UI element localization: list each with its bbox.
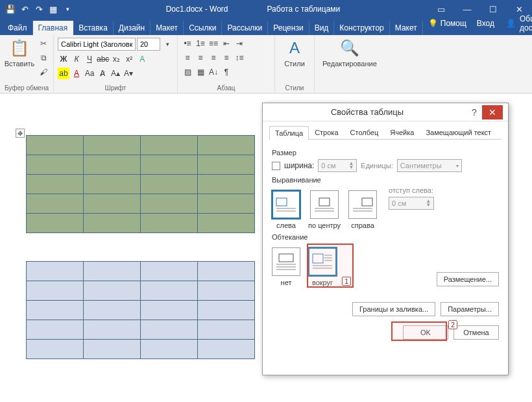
width-spinner[interactable]: 0 см▲▼ [318, 159, 357, 172]
subscript-icon[interactable]: x₂ [110, 53, 122, 65]
sign-in[interactable]: Вход [472, 16, 500, 31]
save-icon[interactable]: 💾 [4, 3, 17, 16]
multilevel-icon[interactable]: ≡≡ [208, 38, 219, 49]
bold-icon[interactable]: Ж [58, 53, 69, 65]
group-paragraph: •≡ 1≡ ≡≡ ⇤ ⇥ ≡ ≡ ≡ ≡ ↕≡ ▨ ▦ A↓ ¶ Абзац [178, 35, 275, 93]
clear-format-icon[interactable]: A̷ [97, 68, 108, 79]
tab-file[interactable]: Файл [3, 21, 33, 35]
placement-button[interactable]: Размещение... [437, 272, 499, 286]
dlg-tab-table[interactable]: Таблица [269, 126, 309, 140]
tab-view[interactable]: Вид [309, 21, 335, 35]
change-case-icon[interactable]: Aa [84, 68, 95, 79]
tab-insert[interactable]: Вставка [73, 21, 114, 35]
contextual-title: Работа с таблицами [267, 5, 340, 14]
tab-review[interactable]: Рецензи [268, 21, 309, 35]
align-label: Выравнивание [272, 176, 499, 184]
font-size-input[interactable] [137, 38, 160, 51]
group-editing: 🔍 Редактирование [315, 35, 385, 93]
undo-icon[interactable]: ↶ [18, 3, 31, 16]
redo-icon[interactable]: ↷ [32, 3, 45, 16]
cancel-button[interactable]: Отмена [453, 325, 499, 340]
align-right-option[interactable]: справа [348, 190, 377, 229]
highlight-marker-1: 1 [307, 244, 354, 288]
align-left-icon [272, 190, 300, 219]
tab-design[interactable]: Дизайн [114, 21, 151, 35]
find-icon: 🔍 [339, 38, 360, 58]
underline-icon[interactable]: Ч [84, 53, 95, 65]
table-move-handle[interactable]: ✥ [16, 129, 25, 138]
tab-table-layout[interactable]: Макет [390, 21, 423, 35]
align-left-icon[interactable]: ≡ [182, 52, 193, 64]
units-combo[interactable]: Сантиметры▾ [397, 159, 462, 172]
width-label: ширина: [284, 161, 314, 170]
wrap-label: Обтекание [272, 233, 499, 241]
superscript-icon[interactable]: x² [123, 53, 135, 65]
qat-more-icon[interactable]: ▾ [61, 3, 74, 16]
justify-icon[interactable]: ≡ [221, 52, 232, 64]
dialog-close-icon[interactable]: ✕ [482, 105, 503, 119]
dlg-tab-column[interactable]: Столбец [345, 125, 385, 139]
font-color-icon[interactable]: A [71, 68, 82, 79]
copy-icon[interactable]: ⧉ [38, 52, 49, 64]
group-styles: A Стили Стили [275, 35, 315, 93]
grow-icon[interactable]: A▴ [110, 68, 121, 79]
text-effects-icon[interactable]: A [136, 53, 148, 65]
borders-icon[interactable]: ▦ [195, 66, 206, 78]
editing-button[interactable]: 🔍 Редактирование [319, 38, 381, 68]
italic-icon[interactable]: К [71, 53, 82, 65]
show-marks-icon[interactable]: ¶ [221, 66, 232, 78]
decrease-indent-icon[interactable]: ⇤ [221, 38, 232, 49]
align-center-icon [310, 190, 339, 219]
group-label-clipboard: Буфер обмена [4, 84, 49, 92]
dialog-titlebar[interactable]: Свойства таблицы ? ✕ [263, 103, 508, 121]
paste-button[interactable]: 📋 Вставить [4, 38, 35, 68]
highlight-icon[interactable]: ab [58, 68, 69, 79]
width-checkbox[interactable] [272, 162, 280, 170]
tab-references[interactable]: Ссылки [184, 21, 222, 35]
dlg-tab-alttext[interactable]: Замещающий текст [420, 125, 497, 139]
borders-button[interactable]: Границы и заливка... [352, 302, 435, 316]
share-button[interactable]: 👤Общий доступ [500, 12, 532, 35]
strike-icon[interactable]: abc [97, 53, 109, 65]
tab-home[interactable]: Главная [33, 21, 74, 35]
align-center-icon[interactable]: ≡ [195, 52, 206, 64]
group-label-font: Шрифт [58, 84, 173, 92]
font-name-input[interactable] [58, 38, 136, 51]
table-blue[interactable] [26, 261, 255, 359]
document-title: Doc1.docx - Word [166, 5, 228, 14]
shrink-icon[interactable]: A▾ [123, 68, 134, 79]
group-label-paragraph: Абзац [182, 84, 271, 92]
dlg-tab-row[interactable]: Строка [309, 125, 344, 139]
indent-spinner[interactable]: 0 см▲▼ [389, 197, 434, 210]
align-center-option[interactable]: по центру [308, 190, 341, 229]
shading-icon[interactable]: ▨ [182, 66, 193, 78]
size-label: Размер [272, 149, 499, 157]
help-icon[interactable]: ? [466, 107, 482, 118]
increase-indent-icon[interactable]: ⇥ [234, 38, 245, 49]
line-spacing-icon[interactable]: ↕≡ [234, 52, 245, 64]
highlight-marker-2: 2 [391, 321, 447, 341]
tab-layout[interactable]: Макет [151, 21, 184, 35]
align-right-icon [348, 190, 377, 219]
format-painter-icon[interactable]: 🖌 [38, 66, 49, 78]
styles-button[interactable]: A Стили [279, 38, 310, 68]
numbering-icon[interactable]: 1≡ [195, 38, 206, 49]
svg-rect-6 [362, 198, 372, 206]
ribbon-tabs: Файл Главная Вставка Дизайн Макет Ссылки… [0, 18, 532, 35]
params-button[interactable]: Параметры... [441, 302, 499, 316]
tab-constructor[interactable]: Конструктор [334, 21, 389, 35]
bullets-icon[interactable]: •≡ [182, 38, 193, 49]
tell-me[interactable]: 💡Помощ [423, 16, 472, 31]
cut-icon[interactable]: ✂ [38, 38, 49, 49]
align-left-option[interactable]: слева [272, 190, 300, 229]
dlg-tab-cell[interactable]: Ячейка [384, 125, 420, 139]
table-properties-dialog: Свойства таблицы ? ✕ Таблица Строка Стол… [262, 103, 509, 375]
sort-icon[interactable]: A↓ [208, 66, 219, 78]
grow-font-icon[interactable]: ▾ [162, 38, 173, 50]
align-right-icon[interactable]: ≡ [208, 52, 219, 64]
dialog-footer: OK Отмена 2 [263, 321, 508, 346]
table-green[interactable] [26, 135, 255, 233]
tab-mailings[interactable]: Рассылки [222, 21, 268, 35]
qat-icon[interactable]: ▦ [47, 3, 60, 16]
wrap-none-option[interactable]: нет [272, 247, 300, 286]
